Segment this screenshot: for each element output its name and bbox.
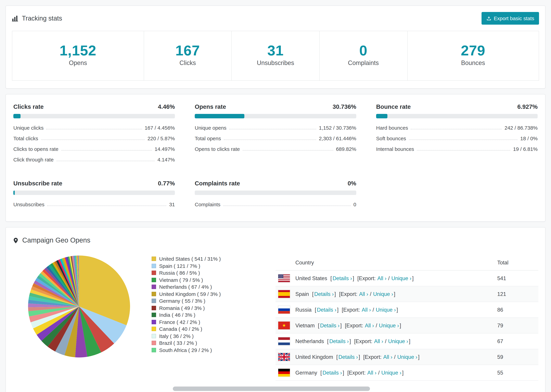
table-row: Netherlands [Details ›] [Export:All ›/Un… <box>276 334 538 349</box>
export-all-link[interactable]: All › <box>362 307 371 313</box>
metric-label: Total opens <box>195 135 221 141</box>
legend-label: United Kingdom ( 59 / 3% ) <box>159 291 221 297</box>
slash: / <box>376 322 377 328</box>
legend-swatch <box>152 348 156 352</box>
dotted-leader <box>56 161 155 161</box>
bracket: ] <box>334 291 336 297</box>
details-link[interactable]: Details › <box>339 354 358 360</box>
complaints-rate-panel: Complaints rate 0% Complaints0 <box>195 180 356 210</box>
country-name: Vietnam <box>295 322 315 328</box>
export-label: Export: <box>349 370 366 375</box>
geo-pie-chart[interactable] <box>28 255 130 358</box>
export-unique-link[interactable]: Unique › <box>376 307 396 313</box>
metric-value: 4.147% <box>157 157 175 162</box>
export-basic-stats-label: Export basic stats <box>494 15 534 21</box>
metric-label: Clicks to opens rate <box>13 146 58 152</box>
export-all-link[interactable]: All › <box>377 275 386 281</box>
geo-opens-card: Campaign Geo Opens United States ( 541 /… <box>6 227 545 392</box>
page-title: Tracking stats <box>22 14 62 22</box>
slash: / <box>385 338 387 344</box>
opens-rate-percent: 30.736% <box>333 103 356 111</box>
metric-label: Click through rate <box>13 157 54 162</box>
table-row: United States [Details ›] [Export:All ›/… <box>276 271 538 286</box>
details-link[interactable]: Details › <box>320 322 339 328</box>
complaints-count: 0 <box>320 43 407 58</box>
country-name: United Kingdom <box>295 354 333 360</box>
export-label: Export: <box>365 354 381 360</box>
flag-nl-icon <box>278 337 290 345</box>
legend-swatch <box>152 292 156 296</box>
unsubscribe-rate-progressbar <box>13 190 175 195</box>
legend-item: Vietnam ( 79 / 5% ) <box>152 277 262 283</box>
legend-label: Canada ( 40 / 2% ) <box>159 326 202 332</box>
clicks-count: 167 <box>144 43 231 58</box>
flag-gb-icon <box>278 353 290 361</box>
metric-row: Unsubscribes31 <box>13 199 175 210</box>
country-total: 67 <box>497 338 535 344</box>
location-pin-icon <box>13 237 19 244</box>
legend-item: Romania ( 49 / 3% ) <box>152 305 262 311</box>
progress-fill <box>13 190 14 195</box>
details-link[interactable]: Details › <box>317 307 336 313</box>
dotted-leader <box>41 140 145 140</box>
export-unique-link[interactable]: Unique › <box>397 354 417 360</box>
details-link[interactable]: Details › <box>332 275 352 281</box>
export-unique-link[interactable]: Unique › <box>379 322 399 328</box>
complaints-label: Complaints <box>320 60 407 67</box>
clicks-label: Clicks <box>144 60 231 67</box>
dotted-leader <box>229 129 316 129</box>
slash: / <box>388 275 390 281</box>
bounces-label: Bounces <box>407 60 539 67</box>
metric-value: 242 / 86.738% <box>505 125 538 131</box>
geo-opens-title: Campaign Geo Opens <box>22 236 90 244</box>
metric-value: 2,303 / 61.446% <box>319 135 356 141</box>
export-unique-link[interactable]: Unique › <box>391 275 411 281</box>
horizontal-scrollbar-thumb[interactable] <box>173 386 370 391</box>
export-basic-stats-button[interactable]: Export basic stats <box>481 12 539 25</box>
export-label: Export: <box>340 291 357 297</box>
legend-label: Spain ( 121 / 7% ) <box>159 263 200 269</box>
bracket: ] <box>418 354 420 360</box>
table-row: Vietnam [Details ›] [Export:All ›/Unique… <box>276 318 538 334</box>
export-unique-link[interactable]: Unique › <box>388 338 408 344</box>
summary-stats-row: 1,152 Opens 167 Clicks 31 Unsubscribes 0… <box>12 31 539 81</box>
legend-swatch <box>152 320 156 324</box>
export-all-link[interactable]: All › <box>383 354 392 360</box>
clicks-rate-title: Clicks rate <box>13 103 44 111</box>
progress-fill <box>195 114 244 118</box>
dotted-leader <box>46 129 142 129</box>
bracket: [ <box>320 370 322 375</box>
details-link[interactable]: Details › <box>329 338 349 344</box>
bracket: [ <box>315 307 316 313</box>
download-icon <box>486 16 491 21</box>
export-all-link[interactable]: All › <box>374 338 383 344</box>
metric-value: 14.497% <box>155 146 175 152</box>
details-link[interactable]: Details › <box>323 370 342 375</box>
legend-item: Spain ( 121 / 7% ) <box>152 263 262 269</box>
export-all-link[interactable]: All › <box>359 291 368 297</box>
dashboard-page: Tracking stats Export basic stats 1,152 … <box>0 0 551 392</box>
country-name: Russia <box>295 307 312 313</box>
geo-country-table: Country Total United States [Details ›] … <box>276 255 538 381</box>
details-link[interactable]: Details › <box>314 291 334 297</box>
country-total: 79 <box>497 322 535 329</box>
export-unique-link[interactable]: Unique › <box>381 370 402 375</box>
bracket: [ <box>318 322 319 328</box>
country-total: 59 <box>497 354 535 360</box>
bracket: ] <box>396 307 398 313</box>
dotted-leader <box>417 150 510 151</box>
progress-fill <box>376 114 387 118</box>
opens-rate-progressbar <box>195 114 356 118</box>
flag-de-icon <box>278 369 290 377</box>
export-all-link[interactable]: All › <box>367 370 376 375</box>
bracket: ] <box>412 275 414 281</box>
table-row: Germany [Details ›] [Export:All ›/Unique… <box>276 365 538 381</box>
export-unique-link[interactable]: Unique › <box>373 291 393 297</box>
unsubscribes-stat-box: 31 Unsubscribes <box>231 31 319 80</box>
metric-row: Clicks to opens rate14.497% <box>13 144 175 154</box>
metric-value: 19 / 6.81% <box>513 146 538 152</box>
bounce-rate-panel: Bounce rate 6.927% Hard bounces242 / 86.… <box>376 103 538 165</box>
export-all-link[interactable]: All › <box>365 322 374 328</box>
legend-swatch <box>152 334 156 338</box>
legend-label: India ( 46 / 3% ) <box>159 312 195 318</box>
